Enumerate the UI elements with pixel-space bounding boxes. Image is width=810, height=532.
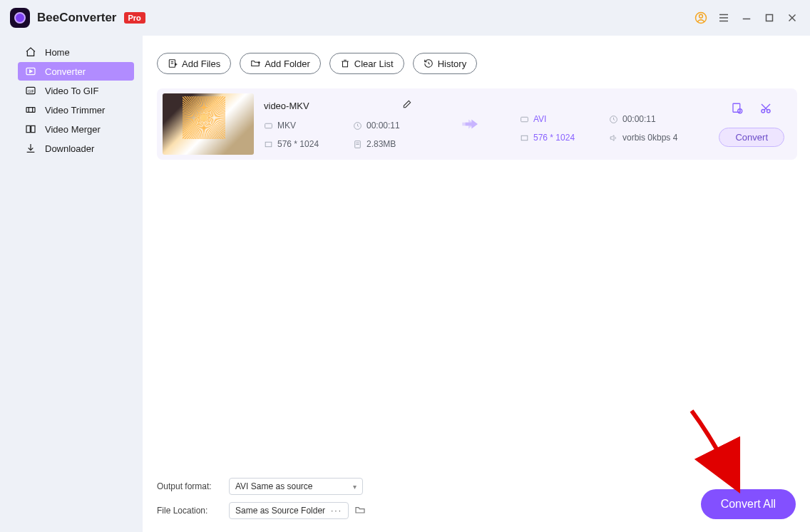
sidebar-item-converter[interactable]: Converter (18, 62, 134, 81)
video-thumbnail[interactable] (163, 93, 254, 155)
sidebar: Home Converter GIF Video To GIF Video Tr… (0, 36, 143, 532)
file-location-label: File Location: (157, 506, 217, 516)
svg-rect-26 (265, 142, 272, 147)
main-panel: Add Files Add Folder Clear List History … (143, 36, 810, 532)
dst-format[interactable]: AVI (520, 114, 588, 124)
home-icon (25, 46, 36, 58)
rename-icon[interactable] (402, 99, 412, 112)
titlebar: BeeConverter Pro (0, 0, 810, 36)
sidebar-item-gif[interactable]: GIF Video To GIF (18, 81, 134, 100)
dst-duration: 00:00:11 (609, 114, 677, 124)
open-folder-icon[interactable] (354, 504, 366, 518)
gif-icon: GIF (25, 85, 36, 96)
account-icon[interactable] (693, 10, 709, 26)
convert-all-button[interactable]: Convert All (701, 489, 796, 519)
app-logo (10, 8, 30, 28)
item-actions: Convert (719, 102, 784, 147)
button-label: History (438, 58, 466, 69)
add-files-button[interactable]: Add Files (157, 53, 231, 74)
sidebar-item-downloader[interactable]: Downloader (18, 139, 134, 158)
sidebar-item-home[interactable]: Home (18, 43, 134, 61)
button-label: Clear List (354, 58, 394, 69)
maximize-icon[interactable] (762, 10, 777, 26)
dst-audio: vorbis 0kbps 4 (609, 133, 677, 143)
target-meta: AVI 00:00:11 576 * 1024 vorbis 0kbps 4 (520, 106, 684, 143)
sidebar-item-label: Video To GIF (45, 86, 98, 96)
svg-rect-24 (265, 123, 272, 128)
sidebar-item-label: Converter (45, 66, 86, 77)
toolbar: Add Files Add Folder Clear List History (143, 36, 810, 74)
output-format-select[interactable]: AVI Same as source ▾ (229, 478, 363, 495)
svg-rect-6 (767, 15, 773, 21)
src-resolution: 576 * 1024 (264, 139, 332, 149)
settings-icon[interactable] (731, 102, 744, 118)
converter-icon (25, 66, 36, 77)
button-label: Add Folder (265, 58, 310, 69)
sidebar-item-merger[interactable]: Video Merger (18, 120, 134, 138)
svg-rect-32 (521, 135, 528, 140)
ellipsis-icon: ··· (331, 506, 342, 516)
svg-rect-12 (26, 108, 35, 113)
select-value: AVI Same as source (235, 481, 313, 491)
arrow-right-icon (459, 115, 478, 133)
src-size: 2.83MB (353, 139, 421, 149)
svg-rect-33 (733, 103, 740, 112)
minimize-icon[interactable] (739, 10, 754, 26)
source-meta: video-MKV MKV 00:00:11 (264, 99, 449, 149)
trimmer-icon (25, 104, 36, 116)
dst-resolution[interactable]: 576 * 1024 (520, 133, 588, 143)
svg-point-1 (699, 14, 703, 18)
file-location-select[interactable]: Same as Source Folder ··· (229, 502, 349, 519)
merger-icon (25, 123, 36, 135)
svg-rect-16 (31, 126, 35, 132)
chevron-down-icon: ▾ (353, 483, 357, 491)
svg-text:GIF: GIF (28, 89, 35, 93)
convert-button[interactable]: Convert (719, 128, 784, 147)
pro-badge: Pro (124, 12, 145, 24)
app-name: BeeConverter (37, 11, 117, 25)
svg-rect-15 (26, 126, 30, 132)
trim-icon[interactable] (759, 102, 772, 118)
select-value: Same as Source Folder (235, 506, 325, 516)
add-folder-button[interactable]: Add Folder (240, 53, 321, 74)
clear-list-button[interactable]: Clear List (329, 53, 404, 74)
sidebar-item-trimmer[interactable]: Video Trimmer (18, 101, 134, 119)
download-icon (25, 143, 36, 154)
close-icon[interactable] (784, 10, 800, 26)
button-label: Add Files (182, 58, 220, 69)
output-format-label: Output format: (157, 481, 217, 491)
sidebar-item-label: Video Trimmer (45, 105, 105, 116)
svg-rect-30 (521, 117, 528, 122)
history-button[interactable]: History (413, 53, 477, 74)
sidebar-item-label: Home (45, 47, 70, 58)
sidebar-item-label: Video Merger (45, 124, 101, 135)
file-card: video-MKV MKV 00:00:11 (157, 88, 797, 160)
src-format: MKV (264, 121, 332, 131)
footer: Output format: AVI Same as source ▾ File… (157, 478, 796, 519)
file-title: video-MKV (264, 101, 309, 111)
sidebar-item-label: Downloader (45, 143, 94, 154)
menu-icon[interactable] (716, 10, 732, 26)
src-duration: 00:00:11 (353, 121, 421, 131)
